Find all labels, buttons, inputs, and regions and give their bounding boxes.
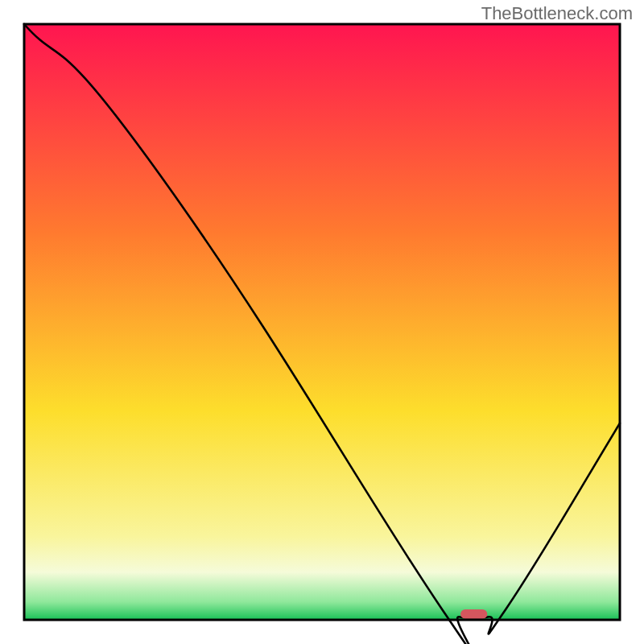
chart-container: TheBottleneck.com	[0, 0, 644, 644]
optimal-marker	[460, 609, 487, 619]
watermark-text: TheBottleneck.com	[481, 3, 633, 24]
bottleneck-chart	[0, 0, 644, 644]
